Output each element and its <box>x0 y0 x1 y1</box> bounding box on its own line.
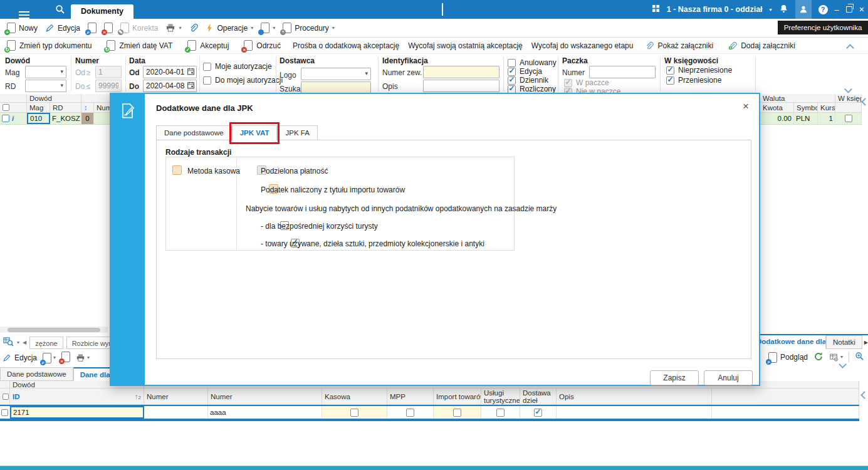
tabs-scroll-right-icon[interactable]: ▶ <box>864 340 868 345</box>
metoda-kasowa-checkbox[interactable] <box>172 165 182 175</box>
notifications-bell-icon[interactable] <box>779 4 788 15</box>
cell-mag[interactable]: 010 <box>27 113 50 124</box>
cell-sort[interactable]: 0 <box>81 113 94 124</box>
modal-tab-dane-podstawowe[interactable]: Dane podstawowe <box>156 125 232 140</box>
row-checkbox[interactable] <box>2 115 9 122</box>
logo-select[interactable] <box>301 68 371 80</box>
col-header-numer[interactable]: Numer <box>94 103 110 113</box>
preview-document-button[interactable]: ⌕ <box>85 21 100 36</box>
edit-button[interactable]: Edycja <box>42 21 83 36</box>
calendar-icon[interactable] <box>187 81 195 91</box>
col-header-import[interactable]: Import towarów <box>434 389 481 405</box>
minimize-icon[interactable]: – <box>835 5 839 14</box>
col-header-kwota[interactable]: Kwota <box>760 103 794 113</box>
cell-kwota[interactable]: 0.00 <box>760 113 794 124</box>
change-vat-date-button[interactable]: ↻ Zmień datę VAT <box>103 38 175 53</box>
bottom-edit-button[interactable]: Edycja <box>3 353 37 362</box>
chevron-down-icon[interactable]: ▾ <box>770 7 772 13</box>
table-row-right[interactable]: 0.00 PLN 1 <box>760 113 862 125</box>
menu-icon[interactable] <box>19 9 29 18</box>
wksiegowosci-checkbox[interactable] <box>845 115 852 122</box>
col-header-kurs[interactable]: Kurs <box>818 103 835 113</box>
bottom-tab-zezone[interactable]: zężone <box>29 337 63 349</box>
reject-button[interactable]: × Odrzuć <box>241 38 284 53</box>
rd-select[interactable] <box>25 80 66 92</box>
collapse-opis-chevron-icon[interactable] <box>860 391 868 399</box>
col-header-symbol[interactable]: Symbol <box>794 103 818 113</box>
attachment-button[interactable] <box>186 21 201 36</box>
nieprzeniesione-checkbox[interactable]: Nieprzeniesione <box>666 66 732 75</box>
cancel-button[interactable]: Anuluj <box>704 370 753 385</box>
row-checkbox[interactable] <box>1 409 8 416</box>
help-icon[interactable]: ? <box>818 5 828 14</box>
col-header-dostawa[interactable]: Dostawa dzieł sztuki <box>520 389 557 405</box>
expand-filters-chevron-icon[interactable] <box>844 85 852 93</box>
cell-numer1[interactable] <box>144 406 208 419</box>
tab-dokumenty[interactable]: Dokumenty <box>71 4 133 19</box>
withdraw-last-acceptance-button[interactable]: Wycofaj swoją ostatnią akceptację <box>408 41 523 50</box>
tab-dane-podstawowe[interactable]: Dane podstawowe <box>0 367 73 381</box>
add-attachments-button[interactable]: Dodaj załączniki <box>725 38 798 53</box>
chevron-down-icon[interactable]: ▾ <box>17 340 19 345</box>
cell-id[interactable]: 2171 <box>10 406 144 419</box>
request-acceptance-button[interactable]: Prośba o dodatkową akceptację <box>293 41 399 50</box>
dostawa-dziel-sztuki-checkbox[interactable] <box>534 409 542 417</box>
tab-notatki[interactable]: Notatki <box>826 335 862 349</box>
apps-grid-icon[interactable] <box>652 4 660 14</box>
grid-settings-menu[interactable]: ▾ <box>829 353 843 362</box>
rozliczony-checkbox[interactable]: Rozliczony <box>508 85 556 93</box>
select-all-header[interactable] <box>0 389 10 405</box>
accept-button[interactable]: ✓ Akceptuj <box>184 38 232 53</box>
do-mojej-autoryzacji-checkbox[interactable]: Do mojej autoryzacji <box>203 76 283 85</box>
col-header-kasowa[interactable]: Kasowa <box>322 389 387 405</box>
uslugi-turystyczne-checkbox[interactable] <box>496 409 505 417</box>
szukaj-input[interactable] <box>301 81 371 94</box>
print-button[interactable]: ▾ <box>162 21 184 36</box>
show-attachments-button[interactable]: Pokaż załączniki <box>642 38 716 53</box>
import-towarow-checkbox[interactable] <box>453 409 461 417</box>
table-row[interactable]: 2171 aaaa <box>0 405 859 420</box>
tabs-scroll-left-icon[interactable]: ◀ <box>23 340 26 345</box>
modal-close-icon[interactable]: × <box>743 100 749 113</box>
preview-button[interactable]: ⌕ Podgląd <box>768 352 808 363</box>
calendar-icon[interactable] <box>187 67 195 78</box>
cell-numer2[interactable]: aaaa <box>208 406 322 419</box>
collapse-right-panel-chevron-icon[interactable] <box>861 98 868 106</box>
info-icon[interactable]: i <box>12 115 14 122</box>
bottom-print-button[interactable]: ▾ <box>76 353 90 362</box>
opis-input[interactable] <box>423 80 499 92</box>
col-header-opis[interactable]: Opis <box>557 389 712 405</box>
save-button[interactable]: Zapisz <box>650 370 699 385</box>
grid-search-icon[interactable] <box>3 336 14 349</box>
numer-zew-input[interactable] <box>423 66 499 78</box>
modal-tab-jpk-fa[interactable]: JPK FA <box>277 125 317 140</box>
col-header-uslugi[interactable]: Usługi turystyczne <box>481 389 520 405</box>
paczka-numer-input[interactable] <box>589 66 656 78</box>
moje-autoryzacje-checkbox[interactable]: Moje autoryzacje <box>203 62 272 71</box>
cell-symbol[interactable]: PLN <box>794 113 818 124</box>
mag-select[interactable] <box>25 66 66 78</box>
cell-opis[interactable] <box>557 406 712 419</box>
operations-menu[interactable]: Operacje▾ <box>202 21 256 36</box>
zoom-icon[interactable] <box>855 352 864 363</box>
kasowa-checkbox[interactable] <box>350 409 358 417</box>
change-doc-type-button[interactable]: ↻ Zmień typ dokumentu <box>4 38 95 53</box>
refresh-icon[interactable] <box>813 352 824 363</box>
col-header-rd[interactable]: RD <box>50 103 81 113</box>
delete-document-button[interactable]: × <box>101 21 116 36</box>
modal-tab-jpk-vat[interactable]: JPK VAT <box>232 125 278 140</box>
col-header-mpp[interactable]: MPP <box>387 389 434 405</box>
close-window-icon[interactable]: × <box>859 4 864 14</box>
document-users-menu[interactable]: ▾ <box>258 21 278 36</box>
tab-dodatkowe-dane-jpk[interactable]: Dodatkowe dane dla jpk <box>750 335 826 349</box>
bottom-preview-button[interactable]: ⌕ ▾ <box>43 353 56 363</box>
col-header-mag[interactable]: Mag <box>27 103 50 113</box>
table-row[interactable]: i 010 F_KOSZ 0 <box>0 113 110 125</box>
col-header-id[interactable]: ID ↑2 <box>10 389 144 405</box>
col-header-numer2[interactable]: Numer <box>208 389 322 405</box>
restore-window-icon[interactable] <box>846 6 852 13</box>
select-all-header[interactable] <box>0 103 27 113</box>
sort-icon[interactable]: ↕ <box>81 103 94 113</box>
horizontal-scrollbar[interactable] <box>0 326 108 333</box>
mpp-checkbox[interactable] <box>406 409 414 417</box>
